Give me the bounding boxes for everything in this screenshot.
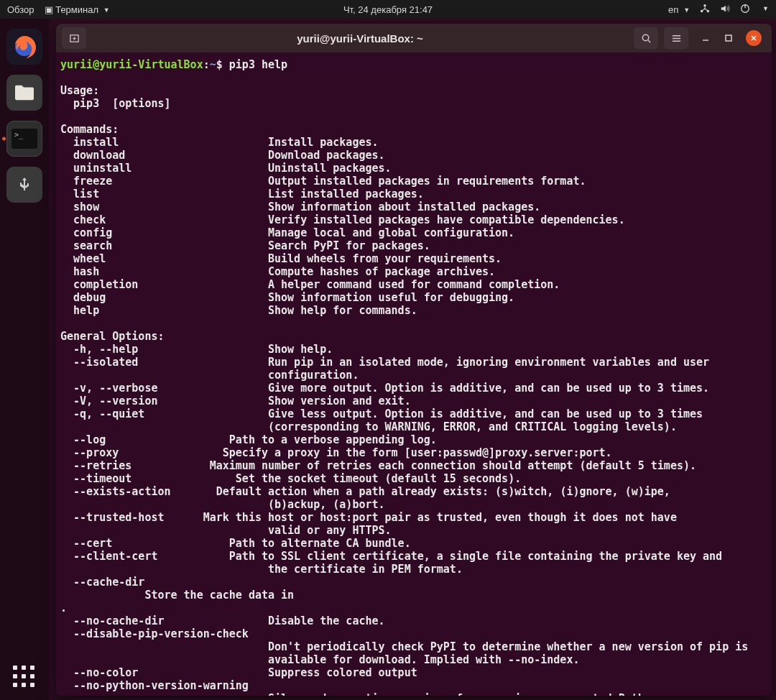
window-titlebar: yurii@yurii-VirtualBox: ~ [56,24,772,52]
terminal-window: yurii@yurii-VirtualBox: ~ yurii@yurii-Vi… [56,24,772,696]
svg-point-7 [642,34,648,40]
terminal-icon: ▣ [45,4,53,15]
power-icon[interactable] [740,4,750,16]
window-title: yurii@yurii-VirtualBox: ~ [92,32,628,45]
maximize-button[interactable] [723,32,734,44]
close-button[interactable] [746,30,762,46]
gnome-topbar: Обзор ▣ Терминал ▼ Чт, 24 декабря 21:47 … [0,0,776,19]
launcher-dock: >_ [0,19,49,700]
keyboard-layout-indicator[interactable]: en ▼ [668,4,690,15]
chevron-down-icon: ▼ [103,6,110,14]
files-launcher[interactable] [6,75,42,111]
running-indicator-icon [2,137,6,141]
volume-icon[interactable] [720,4,730,16]
clock[interactable]: Чт, 24 декабря 21:47 [343,4,433,15]
hamburger-menu-button[interactable] [664,27,688,49]
svg-rect-8 [726,35,731,41]
show-applications-button[interactable] [11,664,37,690]
svg-rect-4 [744,4,745,7]
usb-drive-launcher[interactable] [6,167,42,203]
chevron-down-icon: ▼ [762,5,769,12]
firefox-launcher[interactable] [6,29,42,65]
activities-button[interactable]: Обзор [7,4,34,15]
app-menu[interactable]: ▣ Терминал ▼ [45,4,110,15]
network-icon[interactable] [700,4,710,16]
search-button[interactable] [634,27,658,49]
new-tab-button[interactable] [62,27,86,49]
terminal-launcher[interactable]: >_ [6,121,42,157]
svg-point-0 [703,4,706,6]
minimize-button[interactable] [700,32,711,44]
chevron-down-icon: ▼ [683,6,690,14]
terminal-content[interactable]: yurii@yurii-VirtualBox:~$ pip3 help Usag… [56,52,772,696]
